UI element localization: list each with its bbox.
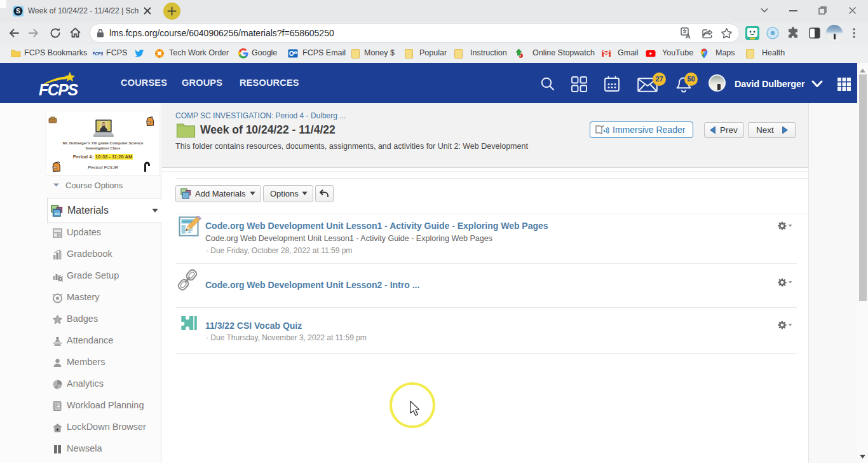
- svg-text:FCPS: FCPS: [93, 52, 103, 56]
- svg-text:S: S: [16, 7, 20, 15]
- svg-text:FCPS: FCPS: [39, 81, 79, 99]
